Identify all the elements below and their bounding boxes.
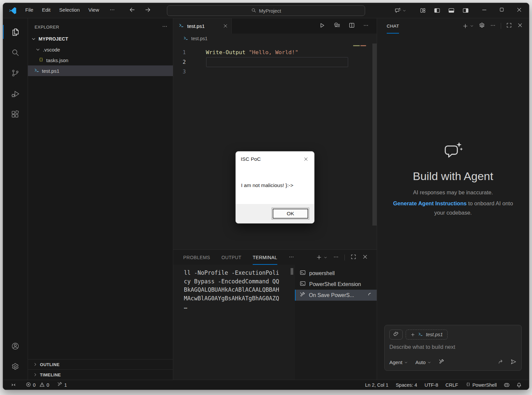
code-keyword: Write-Output — [206, 49, 245, 55]
chat-input-placeholder[interactable]: Describe what to build next — [389, 344, 517, 350]
forward-icon[interactable] — [145, 7, 151, 14]
tab-test-ps1[interactable]: test.ps1 — [173, 18, 232, 34]
editor-tab-bar: test.ps1 — [173, 18, 377, 34]
panel-tabs-more-icon[interactable] — [289, 254, 294, 261]
history-nav — [129, 7, 151, 14]
session-on-save-task[interactable]: On Save PowerS... — [295, 290, 377, 301]
activity-run-debug-icon[interactable] — [3, 83, 28, 104]
run-with-options-icon[interactable] — [333, 22, 340, 30]
explorer-more-icon[interactable] — [162, 24, 168, 30]
tasks-status[interactable]: 1 — [55, 380, 69, 390]
file-tree: MYPROJECT .vscode tasks.json test.ps1 — [28, 34, 173, 359]
eol-sequence[interactable]: CRLF — [443, 382, 461, 388]
tab-terminal[interactable]: TERMINAL — [253, 250, 277, 265]
remote-indicator[interactable] — [8, 380, 19, 390]
current-line-highlight — [206, 57, 348, 67]
panel-more-icon[interactable] — [333, 254, 339, 261]
tree-file-tasks-json[interactable]: tasks.json — [28, 55, 173, 65]
problems-status[interactable]: 0 0 — [23, 380, 52, 390]
session-powershell[interactable]: powershell — [295, 268, 377, 279]
chat-welcome-title: Build with Agent — [413, 170, 493, 183]
status-bar: 0 0 1 Ln 2, Col 1 Spaces: 4 UTF-8 CRLF P… — [3, 380, 529, 390]
chat-input-box[interactable]: test.ps1 Describe what to build next Age… — [384, 325, 522, 371]
run-file-icon[interactable] — [319, 22, 326, 30]
attached-file-chip[interactable]: test.ps1 — [406, 330, 448, 340]
generate-agent-instructions-link[interactable]: Generate Agent Instructions — [393, 200, 466, 206]
explorer-title: EXPLORER — [35, 25, 59, 30]
menu-edit[interactable]: Edit — [38, 5, 54, 16]
activity-source-control-icon[interactable] — [3, 63, 28, 83]
tree-root-myproject[interactable]: MYPROJECT — [28, 34, 173, 44]
chat-more-icon[interactable] — [490, 23, 496, 30]
warning-icon — [39, 382, 45, 388]
tab-problems[interactable]: PROBLEMS — [183, 250, 210, 265]
editor-more-icon[interactable] — [363, 23, 369, 30]
copilot-menu-icon[interactable] — [392, 5, 409, 16]
maximize-icon[interactable] — [499, 7, 505, 14]
account-icon[interactable] — [3, 336, 28, 356]
tab-chat[interactable]: CHAT — [387, 18, 399, 34]
powershell-file-icon — [418, 332, 423, 338]
split-editor-icon[interactable] — [348, 22, 355, 30]
activity-search-icon[interactable] — [3, 42, 28, 63]
powershell-file-icon — [34, 67, 40, 74]
dialog-close-icon[interactable] — [300, 153, 312, 165]
timeline-section[interactable]: TIMELINE — [28, 369, 173, 380]
command-center[interactable]: MyProject — [167, 5, 365, 16]
mode-picker[interactable]: Agent — [389, 359, 408, 365]
minimize-icon[interactable] — [481, 7, 487, 14]
settings-gear-icon[interactable] — [3, 356, 28, 377]
menu-more-icon[interactable] — [107, 5, 118, 16]
command-center-label: MyProject — [259, 8, 281, 14]
encoding[interactable]: UTF-8 — [422, 382, 441, 388]
close-panel-icon[interactable] — [362, 254, 368, 261]
maximize-panel-icon[interactable] — [350, 254, 356, 261]
menu-file[interactable]: File — [22, 5, 37, 16]
activity-explorer-icon[interactable] — [3, 22, 28, 42]
line-numbers: 1 2 3 — [173, 44, 193, 249]
session-powershell-extension[interactable]: PowerShell Extension — [295, 279, 377, 290]
bottom-panel: PROBLEMS OUTPUT TERMINAL ll -NoProfile -… — [173, 249, 377, 380]
attach-context-button[interactable] — [389, 330, 403, 340]
language-mode[interactable]: PowerShell — [463, 382, 499, 388]
tree-file-test-ps1[interactable]: test.ps1 — [28, 65, 173, 76]
close-chat-icon[interactable] — [517, 22, 523, 30]
maximize-chat-icon[interactable] — [506, 22, 512, 30]
title-bar: File Edit Selection View MyProject — [3, 3, 529, 18]
chat-tools-icon[interactable] — [439, 359, 445, 366]
menu-bar: File Edit Selection View — [22, 5, 118, 16]
outline-section[interactable]: OUTLINE — [28, 359, 173, 369]
breadcrumb[interactable]: test.ps1 — [173, 34, 377, 44]
new-chat-icon[interactable] — [462, 23, 474, 29]
menu-view[interactable]: View — [85, 5, 103, 16]
copilot-status-icon[interactable] — [501, 382, 512, 388]
cursor-position[interactable]: Ln 2, Col 1 — [363, 382, 391, 388]
notifications-bell-icon[interactable] — [514, 382, 524, 388]
voice-redo-icon[interactable] — [498, 359, 504, 366]
toggle-secondary-sidebar-icon[interactable] — [460, 6, 471, 15]
back-icon[interactable] — [129, 7, 135, 14]
tab-output[interactable]: OUTPUT — [221, 250, 241, 265]
titlebar-right — [392, 5, 526, 16]
close-window-icon[interactable] — [516, 7, 522, 14]
divider — [344, 254, 345, 260]
customize-layout-icon[interactable] — [417, 6, 428, 15]
ok-button[interactable]: OK — [272, 208, 309, 220]
new-terminal-icon[interactable] — [316, 254, 328, 260]
indentation[interactable]: Spaces: 4 — [393, 382, 420, 388]
send-icon[interactable] — [510, 358, 517, 366]
terminal-scrollbar[interactable] — [291, 268, 293, 275]
tab-close-icon[interactable] — [223, 23, 228, 29]
editor-scrollbar[interactable] — [372, 44, 377, 226]
model-picker[interactable]: Auto — [415, 359, 431, 365]
activity-extensions-icon[interactable] — [3, 104, 28, 125]
chat-settings-gear-icon[interactable] — [479, 22, 485, 30]
spinner-icon — [368, 292, 373, 298]
toggle-sidebar-icon[interactable] — [432, 6, 443, 15]
minimap[interactable] — [350, 44, 372, 249]
tools-icon — [57, 382, 63, 388]
menu-selection[interactable]: Selection — [56, 5, 83, 16]
tree-folder-vscode[interactable]: .vscode — [28, 44, 173, 55]
terminal-output[interactable]: ll -NoProfile -ExecutionPoli cy Bypass -… — [173, 265, 295, 380]
toggle-panel-icon[interactable] — [446, 6, 457, 15]
